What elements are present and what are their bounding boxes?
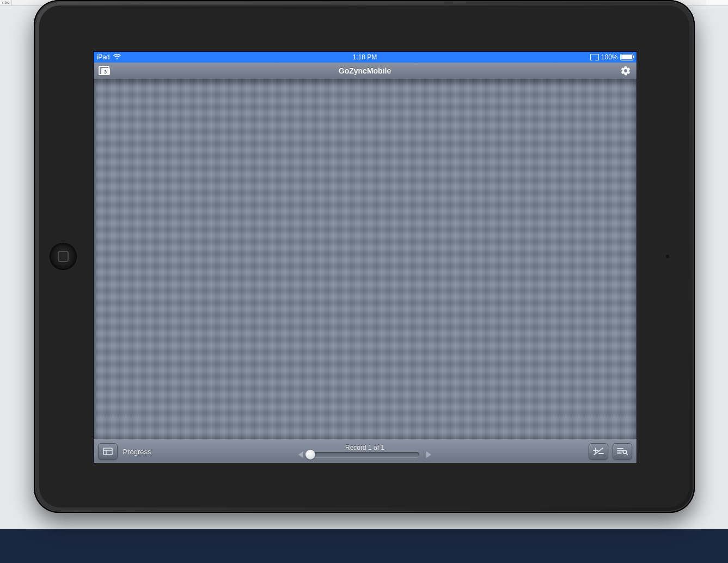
browser-tab-fragment[interactable]: nbo xyxy=(0,0,12,5)
browser-window-right-edge xyxy=(706,0,728,5)
layout-name-label[interactable]: Progress xyxy=(123,448,151,456)
windows-count-badge: 3 xyxy=(101,68,110,75)
previous-record-button[interactable] xyxy=(296,450,305,459)
record-slider-thumb[interactable] xyxy=(305,450,315,460)
bottom-toolbar: Progress Record 1 of 1 xyxy=(94,439,637,463)
svg-line-11 xyxy=(626,454,628,455)
battery-icon xyxy=(620,54,633,60)
settings-button[interactable] xyxy=(619,65,632,77)
content-area[interactable] xyxy=(94,79,637,439)
windows-switcher-button[interactable]: 3 xyxy=(98,65,111,77)
app-title: GoZyncMobile xyxy=(339,66,391,75)
layout-switcher-button[interactable] xyxy=(98,443,118,460)
svg-rect-0 xyxy=(103,448,112,455)
next-record-button[interactable] xyxy=(425,450,433,459)
find-sort-button[interactable] xyxy=(613,443,632,460)
airplay-icon xyxy=(590,54,599,60)
add-remove-record-button[interactable] xyxy=(589,443,608,460)
device-label: iPad xyxy=(97,53,110,61)
app-navbar: 3 GoZyncMobile xyxy=(94,63,637,79)
ipad-home-button[interactable] xyxy=(50,243,76,270)
record-navigator: Record 1 of 1 xyxy=(296,444,433,459)
battery-percent: 100% xyxy=(601,53,618,61)
record-slider[interactable] xyxy=(310,452,419,457)
clock: 1:18 PM xyxy=(353,53,377,61)
ios-status-bar: iPad 1:18 PM 100% xyxy=(94,52,637,63)
wifi-icon xyxy=(113,53,121,62)
ipad-screen: iPad 1:18 PM 100% 3 GoZ xyxy=(93,51,637,462)
ipad-device-frame: iPad 1:18 PM 100% 3 GoZ xyxy=(34,0,695,513)
ipad-front-camera xyxy=(665,254,670,259)
